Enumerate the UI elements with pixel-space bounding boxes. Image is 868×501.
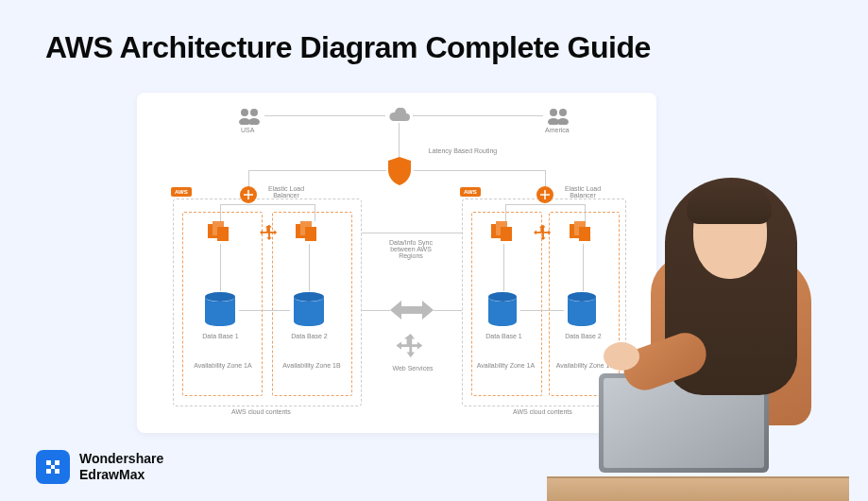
az1-label: Availability Zone 1A: [475, 362, 536, 369]
cloud-contents-label: AWS cloud contents: [231, 408, 291, 415]
db1-label: Data Base 1: [483, 333, 525, 339]
server-icon: [205, 221, 231, 243]
svg-point-15: [205, 292, 235, 302]
sync-label: Data/Info Sync between AWS Regions: [378, 239, 444, 259]
server-icon: [293, 221, 319, 243]
web-services-icon: [395, 334, 429, 363]
aws-badge: AWS: [171, 187, 192, 197]
database-icon: [292, 291, 326, 330]
users-icon: [236, 108, 263, 126]
db2-label: Data Base 2: [288, 333, 331, 339]
svg-point-0: [241, 109, 248, 116]
sync-icon: [260, 223, 279, 243]
server-icon: [488, 221, 515, 243]
svg-point-7: [557, 118, 569, 125]
users-left-label: USA: [241, 127, 254, 133]
bidir-arrow-icon: [390, 296, 434, 325]
svg-rect-20: [501, 227, 512, 241]
svg-point-1: [250, 109, 258, 116]
brand-line1: Wondershare: [79, 451, 163, 467]
db1-label: Data Base 1: [199, 333, 242, 339]
elb-label: Elastic Load Balancer: [263, 185, 310, 199]
person-illustration: [547, 180, 849, 501]
users-icon: [545, 108, 571, 126]
routing-label: Latency Based Routing: [420, 147, 505, 154]
shield-icon: [386, 157, 413, 186]
users-right-label: America: [545, 127, 570, 133]
brand-line2: EdrawMax: [79, 467, 163, 483]
database-icon: [203, 291, 237, 330]
svg-rect-11: [217, 227, 229, 241]
svg-point-4: [550, 109, 557, 116]
aws-badge: AWS: [460, 187, 481, 197]
svg-point-16: [294, 292, 324, 302]
svg-point-24: [488, 292, 517, 302]
page-title: AWS Architecture Diagram Complete Guide: [45, 30, 651, 65]
brand-logo-icon: [36, 450, 70, 484]
brand: Wondershare EdrawMax: [36, 450, 163, 484]
az2-label: Availability Zone 1B: [279, 362, 345, 369]
database-icon: [486, 291, 519, 330]
webservices-label: Web Services: [384, 365, 441, 371]
svg-point-3: [248, 118, 260, 125]
cloud-icon: [387, 108, 412, 124]
az1-label: Availability Zone 1A: [190, 362, 256, 369]
svg-rect-14: [305, 227, 316, 241]
svg-point-5: [559, 109, 567, 116]
elb-icon: [239, 185, 258, 205]
